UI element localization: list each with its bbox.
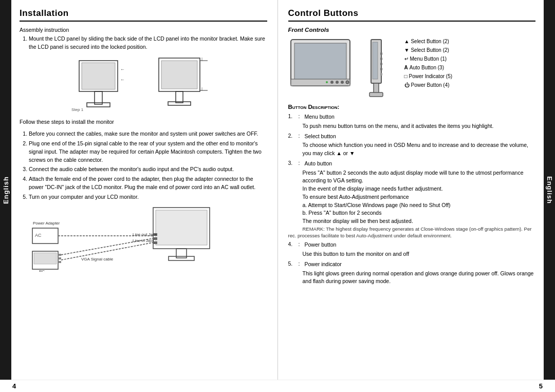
installation-steps-2: Before you connect the cables, make sure…	[20, 130, 267, 201]
desc-select-button: 2. : Select button	[288, 133, 536, 141]
installation-panel: Installation Assembly instruction Mount …	[11, 0, 278, 380]
legend-text-5: Power Indicator (5)	[409, 72, 452, 81]
legend-item-4: A Auto Button (3)	[404, 63, 453, 72]
legend-item-2: ▼ Select Button (2)	[404, 46, 453, 54]
svg-text:PC: PC	[39, 269, 45, 272]
legend-item-3: ↵ Menu Button (1)	[404, 54, 453, 63]
desc-detail-2-0: To choose which function you need in OSD…	[288, 141, 536, 158]
right-language-tab: English	[544, 0, 555, 380]
legend-item-1: ▲ Select Button (2)	[404, 37, 453, 46]
svg-rect-3	[87, 103, 110, 107]
button-descriptions: 1. : Menu button To push menu button tur…	[288, 113, 536, 286]
desc-num-4: 4.	[288, 241, 297, 249]
legend-symbol-1: ▲	[404, 37, 410, 46]
svg-rect-38	[294, 43, 346, 82]
desc-colon-4: :	[299, 241, 303, 249]
svg-rect-52	[380, 68, 382, 70]
installation-title: Installation	[20, 8, 267, 18]
install-step-2-2: Plug one end of the 15-pin signal cable …	[29, 140, 267, 164]
desc-colon-2: :	[299, 133, 303, 141]
page-footer: 4 5	[0, 380, 555, 392]
legend-symbol-4: A	[404, 63, 408, 72]
assembly-label: Assembly instruction	[20, 27, 267, 33]
legend-item-6: ⏻ Power Button (4)	[404, 81, 453, 89]
desc-label-1: Menu button	[305, 113, 536, 121]
left-tab-label: English	[2, 176, 10, 204]
svg-rect-10	[168, 102, 191, 105]
svg-text:|: |	[201, 57, 202, 61]
svg-point-41	[336, 81, 339, 84]
svg-rect-16	[156, 210, 207, 245]
installation-divider	[20, 21, 267, 22]
page-number-left: 4	[12, 382, 16, 390]
svg-rect-28	[58, 254, 61, 256]
desc-num-5: 5.	[288, 260, 297, 269]
follow-steps-label: Follow these steps to install the monito…	[20, 118, 267, 126]
svg-text:←: ←	[120, 67, 125, 72]
monitor-side-view	[363, 37, 394, 99]
legend-text-4: Auto Button (3)	[410, 63, 444, 72]
bracket-diagram-1: ← ← Step 1	[69, 55, 136, 112]
cable-diagram: Power Adapter AC PC VGA Signal cable	[30, 205, 267, 273]
legend-symbol-6: ⏻	[404, 81, 410, 89]
desc-detail-3-1: In the event of the display image needs …	[288, 185, 536, 193]
control-buttons-title: Control Buttons	[288, 8, 536, 18]
svg-rect-1	[82, 63, 115, 89]
legend-item-5: □ Power Indicator (5)	[404, 72, 453, 81]
desc-detail-3-3: a. Attempt to Start/Close Windows page (…	[288, 201, 536, 210]
desc-power-button: 4. : Power button	[288, 241, 536, 249]
desc-colon-3: :	[299, 160, 303, 168]
monitor-front-view	[288, 37, 355, 94]
svg-text:Step 1: Step 1	[71, 107, 84, 112]
button-legend: ▲ Select Button (2) ▼ Select Button (2) …	[404, 37, 453, 89]
svg-rect-18	[169, 256, 194, 260]
install-step-2-5: Turn on your computer and your LCD monit…	[29, 193, 267, 201]
svg-rect-46	[373, 42, 378, 79]
legend-symbol-5: □	[404, 72, 408, 81]
desc-detail-4-0: Use this button to turn the monitor on a…	[288, 250, 536, 258]
install-step-2-4: Attach the female end of the power cord …	[29, 175, 267, 192]
button-desc-title: Button Description:	[288, 104, 536, 110]
desc-detail-1-0: To push menu button turns on the menu, a…	[288, 122, 536, 130]
svg-point-43	[346, 81, 349, 84]
desc-detail-3-0: Press "A" button 2 seconds the auto adju…	[288, 169, 536, 185]
legend-text-6: Power Button (4)	[411, 81, 450, 89]
legend-text-3: Menu Button (1)	[410, 54, 447, 63]
svg-rect-51	[380, 63, 382, 65]
desc-auto-button: 3. : Auto button	[288, 160, 536, 168]
left-language-tab: English	[0, 0, 11, 380]
legend-text-1: Select Button (2)	[411, 37, 449, 46]
page-number-right: 5	[539, 382, 543, 390]
svg-rect-50	[380, 58, 382, 60]
legend-symbol-3: ↵	[404, 54, 409, 63]
svg-text:←: ←	[120, 77, 125, 82]
svg-point-44	[326, 81, 328, 83]
cable-svg: Power Adapter AC PC VGA Signal cable	[30, 205, 220, 272]
install-step-2-1: Before you connect the cables, make sure…	[29, 130, 267, 138]
desc-menu-button: 1. : Menu button	[288, 113, 536, 121]
install-diagrams: ← ← Step 1 | |	[20, 55, 267, 112]
svg-text:Line out Jack: Line out Jack	[133, 232, 157, 237]
front-controls-label: Front Controls	[288, 27, 536, 33]
svg-rect-8	[161, 61, 197, 89]
control-buttons-panel: Control Buttons Front Controls	[278, 0, 544, 380]
svg-rect-29	[58, 257, 61, 259]
legend-symbol-2: ▼	[404, 46, 410, 54]
install-step-2-3: Connect the audio cable between the moni…	[29, 165, 267, 174]
install-step-1: Mount the LCD panel by sliding the back …	[29, 35, 267, 51]
desc-detail-5-0: This light glows green during normal ope…	[288, 270, 536, 286]
svg-rect-49	[380, 52, 382, 55]
svg-rect-30	[58, 261, 61, 263]
desc-detail-3-2: To ensure best Auto-Adjustment perfomanc…	[288, 193, 536, 201]
svg-text:|: |	[201, 86, 202, 91]
bracket-diagram-2: | |	[151, 55, 218, 112]
desc-detail-3-4: b. Press "A" button for 2 seconds	[288, 209, 536, 217]
desc-colon-5: :	[299, 260, 303, 269]
svg-text:AC: AC	[35, 233, 42, 238]
desc-colon-1: :	[299, 113, 303, 121]
svg-rect-9	[176, 91, 183, 103]
desc-num-3: 3.	[288, 160, 297, 168]
desc-power-indicator: 5. : Power indicator	[288, 260, 536, 269]
controls-diagram-area: ▲ Select Button (2) ▼ Select Button (2) …	[288, 37, 536, 99]
desc-label-5: Power indicator	[305, 260, 536, 269]
